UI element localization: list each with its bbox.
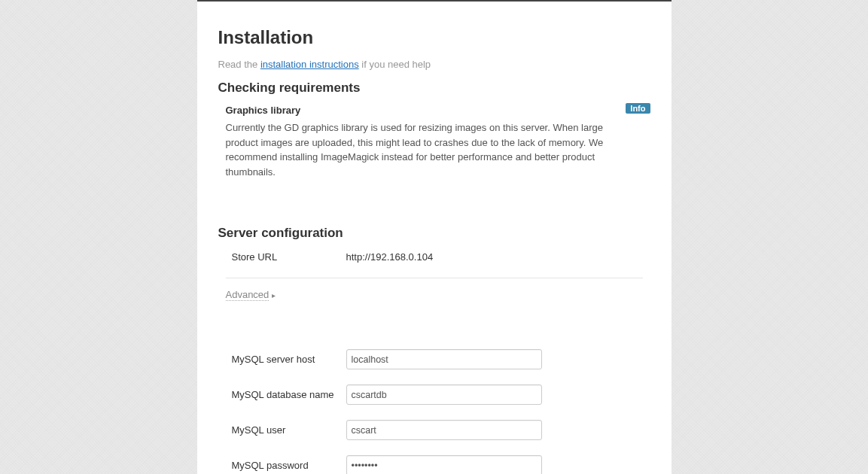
mysql-user-label: MySQL user bbox=[218, 424, 346, 436]
mysql-db-label: MySQL database name bbox=[218, 389, 346, 400]
mysql-host-label: MySQL server host bbox=[218, 354, 346, 365]
mysql-section: MySQL server host MySQL database name My… bbox=[218, 342, 650, 474]
mysql-host-input[interactable] bbox=[346, 349, 542, 369]
mysql-pass-input[interactable] bbox=[346, 455, 542, 474]
help-line: Read the installation instructions if yo… bbox=[218, 59, 650, 70]
mysql-pass-row: MySQL password bbox=[218, 448, 650, 474]
mysql-user-row: MySQL user bbox=[218, 412, 650, 448]
info-badge: Info bbox=[626, 103, 650, 114]
server-config-heading: Server configuration bbox=[218, 226, 650, 241]
advanced-label: Advanced bbox=[226, 289, 270, 301]
requirement-title: Graphics library bbox=[226, 105, 650, 116]
mysql-db-row: MySQL database name bbox=[218, 377, 650, 412]
advanced-toggle[interactable]: Advanced ▸ bbox=[226, 289, 276, 301]
help-suffix: if you need help bbox=[359, 59, 431, 70]
mysql-db-input[interactable] bbox=[346, 384, 542, 405]
requirement-text: Currently the GD graphics library is use… bbox=[226, 120, 625, 179]
mysql-pass-label: MySQL password bbox=[218, 460, 346, 471]
mysql-user-input[interactable] bbox=[346, 420, 542, 440]
store-url-label: Store URL bbox=[218, 251, 346, 263]
caret-right-icon: ▸ bbox=[272, 291, 276, 299]
divider bbox=[226, 278, 643, 278]
help-prefix: Read the bbox=[218, 59, 260, 70]
store-url-row: Store URL http://192.168.0.104 bbox=[218, 241, 650, 273]
install-instructions-link[interactable]: installation instructions bbox=[260, 59, 359, 70]
page-title: Installation bbox=[218, 2, 650, 48]
store-url-value: http://192.168.0.104 bbox=[346, 251, 650, 263]
requirements-heading: Checking requirements bbox=[218, 81, 650, 96]
installer-container: Installation Read the installation instr… bbox=[197, 0, 672, 474]
mysql-host-row: MySQL server host bbox=[218, 342, 650, 377]
requirement-graphics-library: Info Graphics library Currently the GD g… bbox=[218, 105, 650, 179]
